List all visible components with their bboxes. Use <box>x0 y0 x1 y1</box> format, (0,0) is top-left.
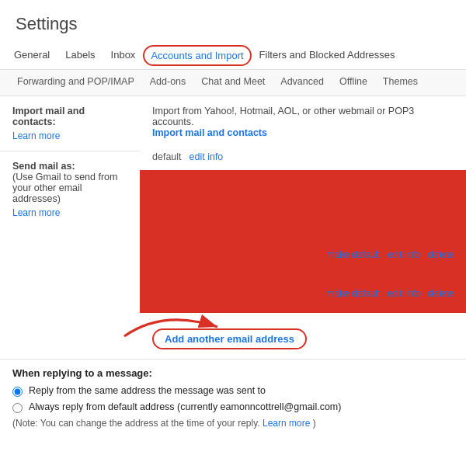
send-mail-sublabel: (Use Gmail to send from your other email… <box>12 172 117 204</box>
reply-learn-more[interactable]: Learn more <box>263 418 310 429</box>
import-value-cell: Import from Yahoo!, Hotmail, AOL, or oth… <box>140 96 466 151</box>
send-mail-value-cell: default edit info make default edit info… <box>140 151 466 360</box>
page-title: Settings <box>0 0 466 42</box>
reply-option-1-label: Reply from the same address the message … <box>29 385 266 396</box>
nav-inbox[interactable]: Inbox <box>103 43 144 69</box>
reply-title: When replying to a message: <box>12 367 454 379</box>
reply-radio-1[interactable] <box>12 387 23 397</box>
nav-labels[interactable]: Labels <box>57 43 103 69</box>
send-mail-learn-more[interactable]: Learn more <box>12 207 127 218</box>
redacted-block: default edit info make default edit info… <box>140 151 466 313</box>
make-default-link-3[interactable]: make default <box>327 288 381 299</box>
settings-table: Import mail and contacts: Learn more Imp… <box>0 96 466 360</box>
arrow-annotation <box>116 305 241 348</box>
edit-info-link-3[interactable]: edit info <box>388 288 420 299</box>
import-description: Import from Yahoo!, Hotmail, AOL, or oth… <box>152 106 414 127</box>
edit-info-link-2[interactable]: edit info <box>388 249 420 260</box>
email-default-badge: default <box>152 151 182 162</box>
reply-option-2: Always reply from default address (curre… <box>12 401 454 413</box>
nav-row-1: General Labels Inbox Accounts and Import… <box>0 42 466 70</box>
reply-option-1: Reply from the same address the message … <box>12 385 454 397</box>
import-label-cell: Import mail and contacts: Learn more <box>0 96 140 151</box>
nav-row-2: Forwarding and POP/IMAP Add-ons Chat and… <box>0 70 466 96</box>
delete-link-2[interactable]: delete <box>428 249 454 260</box>
make-default-link-2[interactable]: make default <box>327 249 381 260</box>
nav-filters[interactable]: Filters and Blocked Addresses <box>252 43 403 69</box>
nav-chat-meet[interactable]: Chat and Meet <box>193 70 273 96</box>
send-mail-label: Send mail as: <box>12 161 75 172</box>
nav-offline[interactable]: Offline <box>332 70 375 96</box>
nav-forwarding[interactable]: Forwarding and POP/IMAP <box>9 70 142 96</box>
reply-radio-2[interactable] <box>12 403 23 413</box>
nav-general[interactable]: General <box>6 43 57 69</box>
import-label: Import mail and contacts: <box>12 106 85 127</box>
reply-note-end: ) <box>313 418 316 429</box>
reply-option-2-label: Always reply from default address (curre… <box>29 401 341 412</box>
reply-note-text: (Note: You can change the address at the… <box>12 418 260 429</box>
edit-info-link-1[interactable]: edit info <box>190 151 224 162</box>
reply-section: When replying to a message: Reply from t… <box>0 360 466 440</box>
nav-accounts-import[interactable]: Accounts and Import <box>143 45 251 66</box>
import-row: Import mail and contacts: Learn more Imp… <box>0 96 466 151</box>
send-mail-row: Send mail as: (Use Gmail to send from yo… <box>0 151 466 360</box>
reply-note: (Note: You can change the address at the… <box>12 418 454 429</box>
import-action-link[interactable]: Import mail and contacts <box>152 127 267 138</box>
delete-link-3[interactable]: delete <box>428 288 454 299</box>
nav-addons[interactable]: Add-ons <box>142 70 194 96</box>
nav-advanced[interactable]: Advanced <box>273 70 332 96</box>
nav-themes[interactable]: Themes <box>375 70 426 96</box>
import-learn-more[interactable]: Learn more <box>12 130 127 141</box>
